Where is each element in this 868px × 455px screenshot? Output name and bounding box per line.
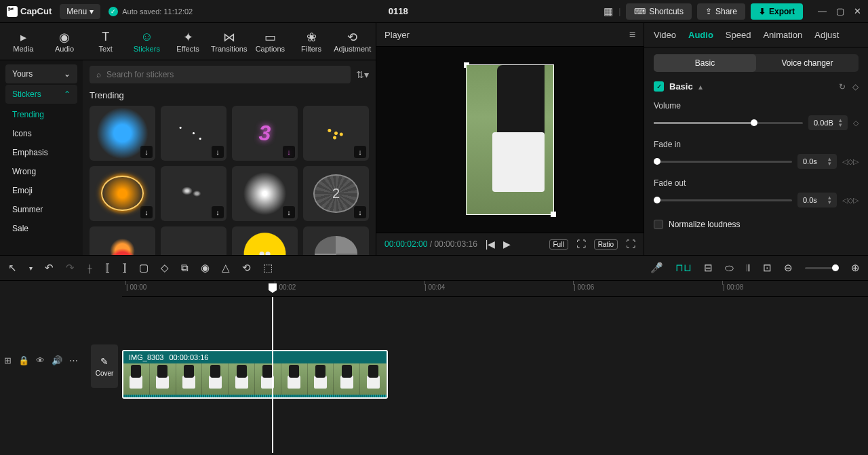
tab-transitions[interactable]: ⋈Transitions xyxy=(208,27,250,56)
preview-canvas[interactable] xyxy=(376,47,644,233)
keyframe-controls[interactable]: ◁◇▷ xyxy=(842,157,859,166)
mic-button[interactable]: 🎤 xyxy=(650,262,663,274)
sticker-item[interactable]: 3↓ xyxy=(232,106,298,161)
rp-tab-audio[interactable]: Audio xyxy=(688,30,713,40)
export-button[interactable]: ⬇ Export xyxy=(751,3,803,20)
play-button[interactable]: ▶ xyxy=(503,239,511,250)
volume-value[interactable]: 0.0dB▴▾ xyxy=(808,115,848,130)
chevron-up-icon[interactable]: ▴ xyxy=(698,82,703,92)
keyframe-controls[interactable]: ◇ xyxy=(853,119,859,127)
track-lock-icon[interactable]: 🔒 xyxy=(18,355,29,365)
sticker-item[interactable]: ↓ xyxy=(90,166,155,221)
search-input[interactable]: ⌕ xyxy=(90,66,351,83)
tab-audio[interactable]: ◉Audio xyxy=(44,27,85,56)
tab-filters[interactable]: ❀Filters xyxy=(291,27,332,56)
trim-left-button[interactable]: ⟦ xyxy=(105,262,110,274)
mask-button[interactable]: ◇ xyxy=(161,262,169,274)
layout-icon[interactable]: ▦ xyxy=(604,5,613,18)
rp-tab-speed[interactable]: Speed xyxy=(726,30,751,40)
ratio-button[interactable]: Ratio xyxy=(594,239,618,250)
sidebar-stickers[interactable]: Stickers ⌃ xyxy=(5,85,77,104)
crop-icon[interactable]: ⛶ xyxy=(576,239,586,250)
close-button[interactable]: ✕ xyxy=(854,6,861,16)
shortcuts-button[interactable]: ⌨ Shortcuts xyxy=(626,3,692,20)
video-clip[interactable]: IMG_8303 00:00:03:16 xyxy=(122,350,388,399)
playhead[interactable] xyxy=(272,297,273,453)
reset-icon[interactable]: ↻ xyxy=(839,82,846,92)
fadein-value[interactable]: 0.0s▴▾ xyxy=(797,154,837,169)
download-icon[interactable]: ↓ xyxy=(212,146,224,158)
rp-tab-video[interactable]: Video xyxy=(654,30,676,40)
select-dropdown[interactable]: ▾ xyxy=(29,264,33,272)
cover-button[interactable]: ✎ Cover xyxy=(91,344,118,388)
normalize-checkbox[interactable] xyxy=(654,220,663,229)
sidebar-yours[interactable]: Yours ⌄ xyxy=(5,64,77,83)
filter-icon[interactable]: ⇅▾ xyxy=(356,69,369,80)
video-frame[interactable] xyxy=(466,64,554,215)
track-mute-icon[interactable]: 🔊 xyxy=(52,355,62,365)
sidebar-item-trending[interactable]: Trending xyxy=(5,105,77,124)
sidebar-item-emoji[interactable]: Emoji xyxy=(5,181,77,200)
trim-right-button[interactable]: ⟧ xyxy=(122,262,127,274)
maximize-button[interactable]: ▢ xyxy=(836,6,844,16)
fadeout-slider[interactable] xyxy=(654,199,792,201)
sticker-item[interactable]: ↓ xyxy=(161,166,226,221)
track-more-icon[interactable]: ⋯ xyxy=(69,355,78,365)
select-tool[interactable]: ↖ xyxy=(8,262,17,274)
full-button[interactable]: Full xyxy=(549,239,568,250)
download-icon[interactable]: ↓ xyxy=(140,146,153,158)
sticker-item[interactable]: •• xyxy=(232,226,298,255)
rp-tab-animation[interactable]: Animation xyxy=(763,30,802,40)
subtab-voice-changer[interactable]: Voice changer xyxy=(756,54,859,72)
sidebar-item-wrong[interactable]: Wrong xyxy=(5,162,77,181)
keyframe-icon[interactable]: ◇ xyxy=(852,82,859,92)
track-visibility-icon[interactable]: 👁 xyxy=(36,355,45,365)
sidebar-item-sale[interactable]: Sale xyxy=(5,219,77,238)
mirror-button[interactable]: △ xyxy=(222,262,230,274)
hamburger-icon[interactable]: ≡ xyxy=(629,28,635,41)
sidebar-item-summer[interactable]: Summer xyxy=(5,200,77,219)
zoom-out-button[interactable]: ⊖ xyxy=(784,262,793,274)
sticker-item[interactable]: ↓ xyxy=(232,166,298,221)
sidebar-item-icons[interactable]: Icons xyxy=(5,124,77,143)
duplicate-button[interactable]: ⧉ xyxy=(181,262,189,274)
search-field[interactable] xyxy=(106,70,344,79)
download-icon[interactable]: ↓ xyxy=(283,206,295,218)
sticker-item[interactable]: ↓ xyxy=(303,166,369,221)
frame-button[interactable]: ⬚ xyxy=(263,262,273,274)
sticker-item[interactable] xyxy=(303,226,369,255)
share-button[interactable]: ⇪ Share xyxy=(697,3,745,20)
sticker-item[interactable]: ↓ xyxy=(90,106,155,161)
zoom-in-button[interactable]: ⊕ xyxy=(851,262,860,274)
link-button[interactable]: ⊟ xyxy=(704,262,713,274)
download-icon[interactable]: ↓ xyxy=(354,206,366,218)
redo-button[interactable]: ↷ xyxy=(66,262,75,274)
subtab-basic[interactable]: Basic xyxy=(654,54,756,72)
tab-stickers[interactable]: ☺Stickers xyxy=(126,27,167,56)
speed-button[interactable]: ◉ xyxy=(201,262,210,274)
rp-tab-adjust[interactable]: Adjust xyxy=(814,30,839,40)
menu-button[interactable]: Menu ▾ xyxy=(60,4,100,19)
tab-text[interactable]: TText xyxy=(85,27,126,56)
tab-adjustment[interactable]: ⟲Adjustment xyxy=(332,27,373,56)
rotate-button[interactable]: ⟲ xyxy=(242,262,251,274)
sidebar-item-emphasis[interactable]: Emphasis xyxy=(5,143,77,162)
basic-checkbox[interactable]: ✓ xyxy=(654,81,664,92)
chain-button[interactable]: ⬭ xyxy=(725,262,734,274)
split-button[interactable]: ⟊ xyxy=(87,262,93,274)
keyframe-controls[interactable]: ◁◇▷ xyxy=(842,196,859,205)
fadeout-value[interactable]: 0.0s▴▾ xyxy=(797,193,837,207)
undo-button[interactable]: ↶ xyxy=(45,262,54,274)
download-icon[interactable]: ↓ xyxy=(140,206,153,218)
tab-captions[interactable]: ▭Captions xyxy=(250,27,291,56)
timeline-ruler[interactable]: | 00:00| 00:02| 00:04| 00:06| 00:08 xyxy=(122,281,868,297)
track-add-icon[interactable]: ⊞ xyxy=(4,355,12,365)
tab-media[interactable]: ▸Media xyxy=(3,27,44,56)
prev-frame-button[interactable]: |◀ xyxy=(486,239,496,250)
snap-button[interactable]: ⊡ xyxy=(763,262,772,274)
sticker-item[interactable]: ↓ xyxy=(161,106,226,161)
minimize-button[interactable]: — xyxy=(818,6,827,16)
sticker-item[interactable] xyxy=(90,226,155,255)
fullscreen-icon[interactable]: ⛶ xyxy=(626,239,635,250)
sticker-item[interactable] xyxy=(161,226,226,255)
